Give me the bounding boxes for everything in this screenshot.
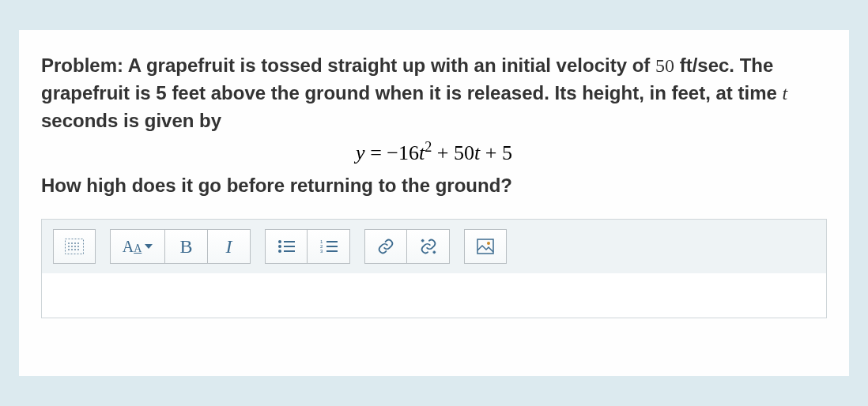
link-button[interactable] — [364, 229, 407, 264]
italic-button[interactable]: I — [208, 229, 251, 264]
svg-point-7 — [74, 246, 76, 247]
svg-point-5 — [68, 246, 70, 247]
editor-textarea[interactable] — [42, 273, 826, 318]
eq-b: 50 — [454, 141, 474, 164]
unlink-icon — [420, 238, 437, 255]
numbered-list-button[interactable]: 1 2 3 — [308, 229, 350, 264]
svg-point-6 — [71, 246, 73, 247]
problem-label: Problem: — [41, 55, 123, 76]
eq-plus2: + — [480, 141, 502, 164]
eq-c: 5 — [502, 141, 512, 164]
problem-text-3: seconds is given by — [41, 110, 221, 131]
answer-editor: AA B I — [41, 219, 827, 318]
font-style-button[interactable]: AA — [110, 229, 165, 264]
svg-point-3 — [74, 242, 76, 244]
image-icon — [477, 239, 494, 254]
problem-text-1: A grapefruit is tossed straight up with … — [123, 55, 655, 76]
svg-point-30 — [487, 242, 490, 245]
svg-point-8 — [77, 246, 79, 247]
svg-rect-20 — [326, 241, 338, 242]
image-button[interactable] — [464, 229, 507, 264]
svg-point-1 — [68, 242, 70, 244]
eq-a: 16 — [398, 141, 419, 164]
eq-minus: − — [387, 141, 398, 164]
bold-button[interactable]: B — [165, 229, 208, 264]
initial-velocity: 50 — [655, 55, 674, 76]
svg-point-12 — [77, 249, 79, 250]
table-icon — [65, 239, 84, 254]
svg-rect-22 — [326, 246, 338, 247]
svg-text:3: 3 — [320, 249, 323, 254]
link-icon — [377, 238, 394, 255]
font-size-icon: AA — [123, 238, 142, 256]
eq-equals: = — [365, 141, 387, 164]
svg-point-11 — [74, 249, 76, 250]
time-variable: t — [783, 83, 788, 103]
question-text: How high does it go before returning to … — [41, 175, 827, 197]
unlink-button[interactable] — [407, 229, 450, 264]
svg-rect-29 — [477, 239, 493, 254]
svg-rect-14 — [284, 241, 295, 242]
svg-rect-18 — [284, 250, 295, 252]
bold-icon: B — [179, 236, 192, 258]
numbered-list-icon: 1 2 3 — [320, 239, 338, 254]
eq-plus1: + — [432, 141, 454, 164]
svg-point-17 — [278, 250, 281, 253]
bullet-list-button[interactable] — [265, 229, 308, 264]
problem-card: Problem: A grapefruit is tossed straight… — [19, 30, 849, 376]
svg-point-2 — [71, 242, 73, 244]
eq-sq: 2 — [425, 139, 432, 155]
editor-toolbar: AA B I — [42, 220, 826, 273]
svg-point-15 — [278, 245, 281, 248]
bullet-list-icon — [277, 239, 295, 254]
problem-statement: Problem: A grapefruit is tossed straight… — [41, 52, 827, 134]
svg-point-4 — [77, 242, 79, 244]
eq-y: y — [356, 141, 365, 164]
svg-rect-24 — [326, 250, 338, 252]
height-equation: y = −16t2 + 50t + 5 — [41, 139, 827, 165]
chevron-down-icon — [145, 244, 153, 249]
svg-point-10 — [71, 249, 73, 250]
svg-point-13 — [278, 240, 281, 243]
italic-icon: I — [226, 236, 232, 258]
svg-point-9 — [68, 249, 70, 250]
table-insert-button[interactable] — [53, 229, 96, 264]
svg-rect-16 — [284, 246, 295, 247]
